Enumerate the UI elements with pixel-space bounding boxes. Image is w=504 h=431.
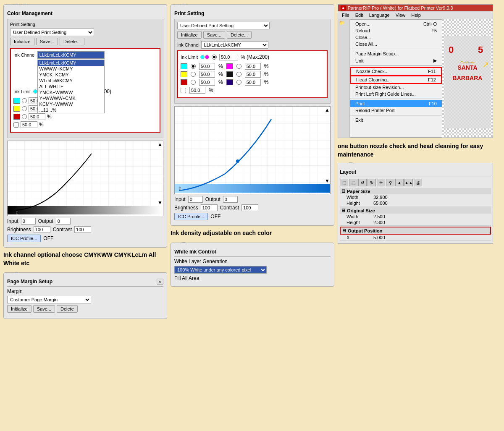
menu-open[interactable]: Open... Ctrl+O [350,21,442,27]
layout-btn-2[interactable]: ⬚ [349,179,357,186]
cyan-value2[interactable] [199,63,215,70]
black-radio2[interactable] [236,72,242,77]
magenta-value2[interactable] [245,63,261,70]
print-setting-dropdown1[interactable]: User Defined Print Setting [10,29,94,36]
menu-unit[interactable]: Unit ▶ [350,57,442,64]
white-value2[interactable] [189,87,205,94]
initialize-btn1[interactable]: Initialize [10,38,34,45]
contrast-value2[interactable] [242,204,258,211]
list-item-8[interactable]: ...11...% [38,107,104,113]
icc-profile-btn1[interactable]: ICC Profile... [7,235,41,242]
cyan-dot2 [200,55,205,59]
orig-height-label: Height [346,220,372,225]
mini-delete-btn[interactable]: Delete [57,305,78,313]
output-label2: Output [205,196,220,202]
scroll-up1[interactable]: ▲ [158,141,163,147]
radio-all2[interactable] [212,55,217,60]
magenta-radio2[interactable] [236,64,242,69]
layout-btn-print[interactable]: 🖨 [414,179,422,186]
layout-btn-up2[interactable]: ▲▲ [404,179,413,186]
ink-limit-input2[interactable] [219,54,238,60]
menu-printout-revision[interactable]: Printout-size Revision... [350,84,442,91]
brightness-value2[interactable] [201,204,218,211]
list-item-0[interactable]: LLkLmLcLkKCMY [38,60,104,66]
menu-help[interactable]: Help [410,12,422,18]
panel2-title: Print Setting [174,10,331,16]
list-item-2[interactable]: YMCK+KCMY [38,72,104,78]
white-check2[interactable] [181,88,186,93]
layout-btn-up1[interactable]: ▲ [395,179,404,186]
menu-print-guide[interactable]: Print Left Right Guide Lines... [350,91,442,97]
ink-channel-dropdown1[interactable]: LLkLmLcLkKCMY [37,51,105,59]
red-radio2[interactable] [191,80,196,85]
scroll-down2[interactable]: ▼ [325,178,330,184]
rip-title-text: PartnerRIP Pro ( White) for Flatbed Prin… [348,5,453,10]
white-check1[interactable] [13,122,19,128]
svg-text:BARBARA: BARBARA [453,75,483,81]
output-value2[interactable] [223,196,238,203]
svg-text:0: 0 [179,187,181,191]
mini-margin-dropdown[interactable]: Customer Page Margin [7,296,91,303]
yellow-value2[interactable] [199,71,215,78]
menu-language[interactable]: Language [368,12,391,18]
layout-btn-rotate-ccw[interactable]: ↺ [358,179,367,186]
ink-channel-dropdown2[interactable]: LLkLmLcLkKCMY [201,41,268,49]
list-item-4[interactable]: ALL WHITE [38,84,104,89]
menu-reload[interactable]: Reload F5 [350,27,442,34]
collapse-icon-orig[interactable]: ⊟ [341,208,345,213]
menu-edit[interactable]: Edit [354,12,365,18]
print-setting-dropdown2[interactable]: User Defined Print Setting [177,22,270,29]
collapse-icon-output[interactable]: ⊟ [342,228,346,233]
collapse-icon-paper[interactable]: ⊟ [341,188,345,194]
menu-view[interactable]: View [394,12,407,18]
layout-btn-move[interactable]: ✛ [377,179,385,186]
initialize-btn2[interactable]: Initialize [177,31,202,39]
scroll-up2[interactable]: ▲ [325,107,330,113]
yellow-radio2[interactable] [191,72,196,77]
yellow-radio1[interactable] [22,106,27,111]
menu-exit[interactable]: Exit [350,117,442,123]
contrast-value1[interactable] [74,226,91,233]
menu-reload-port[interactable]: Reload Printer Port [350,107,442,114]
save-btn2[interactable]: Save... [203,31,225,39]
output-value1[interactable] [56,218,71,225]
list-item-5[interactable]: YMCK+WWWW [38,89,104,95]
white-gen-dropdown[interactable]: 100% White under any colored pixel [174,266,267,274]
scroll-down1[interactable]: ▼ [158,200,163,206]
white-value1[interactable] [21,121,37,128]
mini-panel1-close[interactable]: × [157,279,163,285]
menu-head-cleaning[interactable]: Head Cleaning... F12 [350,76,442,84]
delete-btn2[interactable]: Delete... [227,31,252,39]
menu-print[interactable]: Print... F10 [350,100,442,107]
darkblue-value2[interactable] [245,79,261,86]
white-ink-panel-title: White Ink Control [174,249,331,255]
cyan-radio2[interactable] [191,64,196,69]
list-item-7[interactable]: KCMY+WWWW [38,101,104,107]
menu-page-margin[interactable]: Page Margin Setup... [350,50,442,57]
red-radio1[interactable] [22,114,27,119]
red-value2[interactable] [199,79,215,86]
save-btn1[interactable]: Save... [36,38,58,45]
delete-btn1[interactable]: Delete... [60,38,84,45]
menu-close-all[interactable]: Close All... [350,41,442,47]
cyan-radio1[interactable] [22,98,27,103]
menu-nozzle-check[interactable]: Nozzle Check... F11 [350,67,442,76]
rip-sidebar-icon1[interactable]: 📁 [339,20,349,26]
list-item-1[interactable]: WWWW+KCMY [38,66,104,72]
input-value1[interactable] [21,218,36,225]
menu-close[interactable]: Close... [350,34,442,41]
mini-save-btn[interactable]: Save... [33,305,55,313]
darkblue-radio2[interactable] [236,80,242,85]
layout-btn-zoom[interactable]: ⚲ [386,179,394,186]
mini-init-btn[interactable]: Initialize [7,305,32,313]
icc-profile-btn2[interactable]: ICC Profile... [174,213,208,220]
list-item-3[interactable]: WLmLcWKCMY [38,78,104,84]
red-value1[interactable] [29,113,45,120]
layout-btn-rotate-cw[interactable]: ↻ [368,179,376,186]
brightness-value1[interactable] [34,226,50,233]
list-item-6[interactable]: Y+WWWW+CMK [38,95,104,101]
input-value2[interactable] [188,196,203,203]
black-value2[interactable] [245,71,261,78]
menu-file[interactable]: File [341,12,351,18]
layout-btn-1[interactable]: ⬚ [340,179,348,186]
